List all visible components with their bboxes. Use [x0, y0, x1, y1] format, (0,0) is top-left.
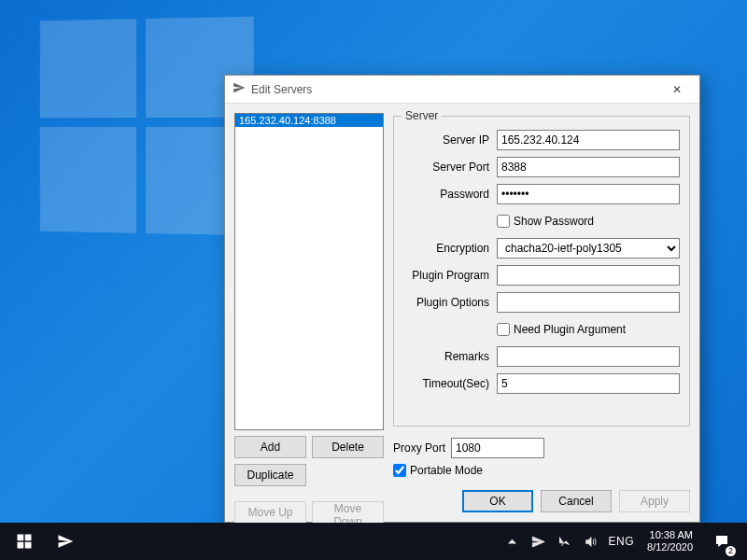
encryption-select[interactable]: chacha20-ietf-poly1305: [497, 238, 680, 259]
portable-mode-checkbox-label[interactable]: Portable Mode: [393, 464, 483, 477]
titlebar[interactable]: Edit Servers ✕: [225, 76, 699, 104]
taskbar[interactable]: ENG 10:38 AM 8/12/2020 2: [0, 523, 747, 560]
tray-chevron-up-icon[interactable]: [504, 523, 521, 560]
server-list-buttons: Add Delete Duplicate Move Up Move Down: [234, 436, 384, 524]
taskbar-app-plane-icon[interactable]: [45, 523, 86, 560]
portable-mode-checkbox[interactable]: [393, 464, 406, 477]
start-button[interactable]: [4, 523, 45, 560]
server-port-label: Server Port: [402, 161, 497, 174]
show-password-checkbox-label[interactable]: Show Password: [497, 215, 594, 228]
remarks-label: Remarks: [402, 350, 497, 363]
server-list[interactable]: 165.232.40.124:8388: [234, 113, 384, 430]
encryption-label: Encryption: [402, 242, 497, 255]
clock-date: 8/12/2020: [647, 541, 693, 553]
apply-button[interactable]: Apply: [619, 490, 690, 512]
server-port-input[interactable]: [497, 157, 680, 177]
duplicate-button[interactable]: Duplicate: [234, 464, 306, 486]
edit-servers-dialog: Edit Servers ✕ 165.232.40.124:8388 Serve…: [224, 75, 700, 523]
proxy-port-input[interactable]: [451, 438, 544, 458]
server-ip-input[interactable]: [497, 130, 680, 150]
move-up-button[interactable]: Move Up: [234, 501, 306, 524]
remarks-input[interactable]: [497, 346, 680, 367]
move-down-button[interactable]: Move Down: [312, 501, 384, 524]
password-input[interactable]: [497, 184, 680, 204]
windows-logo-wallpaper: [40, 17, 254, 236]
server-list-item[interactable]: 165.232.40.124:8388: [235, 114, 383, 127]
plugin-options-label: Plugin Options: [402, 296, 497, 309]
show-password-checkbox[interactable]: [497, 215, 510, 228]
dialog-title: Edit Servers: [251, 83, 312, 96]
language-indicator[interactable]: ENG: [609, 535, 635, 548]
notification-count-badge: 2: [726, 546, 736, 556]
tray-volume-icon[interactable]: [583, 523, 599, 560]
svg-rect-0: [18, 535, 24, 541]
server-group-legend: Server: [402, 109, 442, 122]
plugin-program-input[interactable]: [497, 265, 680, 286]
svg-rect-2: [18, 542, 24, 549]
need-plugin-arg-checkbox[interactable]: [497, 323, 510, 336]
add-button[interactable]: Add: [234, 436, 306, 458]
close-icon: ✕: [672, 83, 682, 96]
desktop: Edit Servers ✕ 165.232.40.124:8388 Serve…: [0, 0, 747, 560]
close-button[interactable]: ✕: [660, 78, 694, 101]
app-plane-icon: [233, 81, 246, 97]
tray-network-icon[interactable]: [557, 523, 573, 560]
ok-button[interactable]: OK: [462, 490, 533, 512]
timeout-input[interactable]: [497, 373, 680, 394]
timeout-label: Timeout(Sec): [402, 377, 497, 390]
delete-button[interactable]: Delete: [312, 436, 384, 458]
server-ip-label: Server IP: [402, 133, 497, 147]
tray-plane-icon[interactable]: [530, 523, 547, 560]
action-center-button[interactable]: 2: [706, 523, 738, 560]
taskbar-clock[interactable]: 10:38 AM 8/12/2020: [643, 529, 697, 553]
plugin-options-input[interactable]: [497, 292, 680, 313]
server-group: Server Server IP Server Port Password: [393, 109, 690, 427]
password-label: Password: [402, 188, 497, 201]
system-tray: ENG 10:38 AM 8/12/2020 2: [504, 523, 741, 560]
svg-rect-1: [25, 535, 32, 541]
svg-rect-3: [25, 542, 32, 549]
proxy-port-label: Proxy Port: [393, 441, 445, 455]
need-plugin-arg-checkbox-label[interactable]: Need Plugin Argument: [497, 323, 626, 336]
clock-time: 10:38 AM: [647, 529, 693, 541]
plugin-program-label: Plugin Program: [402, 269, 497, 282]
cancel-button[interactable]: Cancel: [541, 490, 612, 512]
